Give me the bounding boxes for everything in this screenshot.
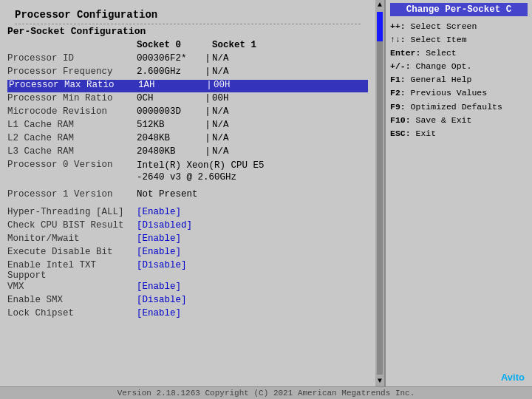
row-values: 512KB | N/A: [137, 120, 229, 130]
row-values: 2.600GHz | N/A: [137, 66, 229, 77]
row-label: Processor Min Ratio: [7, 93, 137, 103]
row-processor-max-ratio[interactable]: Processor Max Ratio 1AH | 00H: [7, 80, 368, 92]
row-label: Processor ID: [7, 53, 137, 64]
options-section: Hyper-Threading [ALL][Enable]Check CPU B…: [7, 207, 368, 321]
help-item: F9: Optimized Defaults: [390, 101, 528, 113]
option-label: Execute Disable Bit: [7, 247, 137, 257]
socket-values: Socket 0 Socket 1: [137, 40, 256, 50]
avito-logo: Avito: [501, 372, 525, 383]
s1-val: N/A: [212, 146, 229, 157]
avito-watermark: Avito: [501, 372, 525, 383]
option-row[interactable]: VMX[Enable]: [7, 282, 368, 294]
scroll-thumb[interactable]: [377, 12, 383, 41]
scrollbar[interactable]: ▲ ▼: [375, 0, 384, 386]
s0-val: 512KB: [137, 120, 203, 130]
bios-main: Processor Configuration Per-Socket Confi…: [0, 0, 532, 386]
row-values: Not Present: [137, 189, 368, 200]
scroll-track: [377, 12, 383, 375]
right-panel-title: Change Per-Socket C: [390, 3, 528, 16]
option-label: Lock Chipset: [7, 308, 137, 318]
help-key: F9:: [390, 102, 406, 112]
option-row[interactable]: Hyper-Threading [ALL][Enable]: [7, 207, 368, 219]
socket1-header: Socket 1: [212, 40, 256, 50]
option-row[interactable]: Enable SMX[Disable]: [7, 295, 368, 307]
s0-val: 0000003D: [137, 106, 203, 117]
s1-val: 00H: [212, 93, 229, 103]
socket-header-row: Socket 0 Socket 1: [7, 40, 368, 52]
row-microcode: Microcode Revision 0000003D | N/A: [7, 106, 368, 119]
help-key: +/-:: [390, 61, 411, 71]
row-processor-min-ratio: Processor Min Ratio 0CH | 00H: [7, 93, 368, 106]
help-item: F1: General Help: [390, 74, 528, 86]
row-proc1-version: Processor 1 Version Not Present: [7, 189, 368, 202]
help-key: Enter:: [390, 48, 420, 58]
option-row[interactable]: Enable Intel TXT Support[Disable]: [7, 260, 368, 281]
s1-val: N/A: [212, 133, 229, 143]
section-title: Per-Socket Configuration: [7, 26, 368, 37]
row-label: Processor 0 Version: [7, 160, 137, 170]
help-item: ↑↓: Select Item: [390, 34, 528, 46]
s0-val: 20480KB: [137, 146, 203, 157]
option-row[interactable]: Lock Chipset[Enable]: [7, 308, 368, 321]
s1-val: N/A: [212, 120, 229, 130]
s0-val: 000306F2*: [137, 53, 203, 64]
help-item: F10: Save & Exit: [390, 115, 528, 126]
option-row[interactable]: Monitor/Mwait[Enable]: [7, 233, 368, 246]
title-text: Processor Configuration: [15, 9, 157, 21]
row-processor-id: Processor ID 000306F2* | N/A: [7, 53, 368, 66]
row-label: L2 Cache RAM: [7, 133, 137, 143]
option-label: Enable Intel TXT Support: [7, 260, 137, 281]
row-label: Processor 1 Version: [7, 189, 137, 200]
row-processor-freq: Processor Frequency 2.600GHz | N/A: [7, 66, 368, 79]
option-label: Check CPU BIST Result: [7, 220, 137, 231]
option-value: [Disable]: [137, 295, 368, 305]
row-proc0-version: Processor 0 Version Intel(R) Xeon(R) CPU…: [7, 160, 368, 184]
option-value: [Disable]: [137, 260, 368, 270]
row-values: 1AH | 00H: [138, 80, 231, 90]
scroll-up-arrow[interactable]: ▲: [378, 0, 382, 10]
help-item: +/-: Change Opt.: [390, 61, 528, 72]
option-value: [Disabled]: [137, 220, 368, 231]
row-l2: L2 Cache RAM 2048KB | N/A: [7, 133, 368, 146]
row-label: L3 Cache RAM: [7, 146, 137, 157]
option-value: [Enable]: [137, 282, 368, 292]
version-text: Version 2.18.1263 Copyright (C) 2021 Ame…: [117, 389, 415, 398]
page-title: Processor Configuration: [7, 6, 368, 22]
row-values: 20480KB | N/A: [137, 146, 229, 157]
option-value: [Enable]: [137, 207, 368, 217]
row-values: Intel(R) Xeon(R) CPU E5-2640 v3 @ 2.60GH…: [137, 160, 368, 184]
help-key: F10:: [390, 115, 411, 125]
help-item: Enter: Select: [390, 47, 528, 59]
row-label: Microcode Revision: [7, 106, 137, 117]
help-key: F1:: [390, 75, 406, 84]
scroll-down-arrow[interactable]: ▼: [378, 376, 382, 386]
divider: [15, 24, 361, 24]
help-items: ++: Select Screen↑↓: Select ItemEnter: S…: [390, 21, 528, 141]
s0-val: 0CH: [137, 93, 203, 103]
help-item: ESC: Exit: [390, 128, 528, 140]
row-label: Processor Max Ratio: [9, 80, 138, 90]
right-panel: Change Per-Socket C ++: Select Screen↑↓:…: [384, 0, 532, 386]
row-values: 0CH | 00H: [137, 93, 229, 103]
s1-val: N/A: [212, 66, 229, 77]
option-label: Monitor/Mwait: [7, 233, 137, 244]
option-row[interactable]: Execute Disable Bit[Enable]: [7, 247, 368, 259]
option-value: [Enable]: [137, 308, 368, 318]
s0-val: 1AH: [138, 80, 205, 90]
help-key: F2:: [390, 88, 406, 98]
help-key: ESC:: [390, 129, 411, 138]
bios-screen: Processor Configuration Per-Socket Confi…: [0, 0, 532, 399]
row-label: L1 Cache RAM: [7, 120, 137, 130]
main-panel: Processor Configuration Per-Socket Confi…: [0, 0, 375, 386]
help-item: ++: Select Screen: [390, 21, 528, 33]
row-values: 2048KB | N/A: [137, 133, 229, 143]
row-l1: L1 Cache RAM 512KB | N/A: [7, 120, 368, 132]
option-row[interactable]: Check CPU BIST Result[Disabled]: [7, 220, 368, 233]
s1-val: 00H: [214, 80, 231, 90]
help-key: ++:: [390, 21, 406, 31]
option-value: [Enable]: [137, 233, 368, 244]
row-values: 000306F2* | N/A: [137, 53, 229, 64]
row-l3: L3 Cache RAM 20480KB | N/A: [7, 146, 368, 159]
s0-val: 2048KB: [137, 133, 203, 143]
row-values: 0000003D | N/A: [137, 106, 229, 117]
